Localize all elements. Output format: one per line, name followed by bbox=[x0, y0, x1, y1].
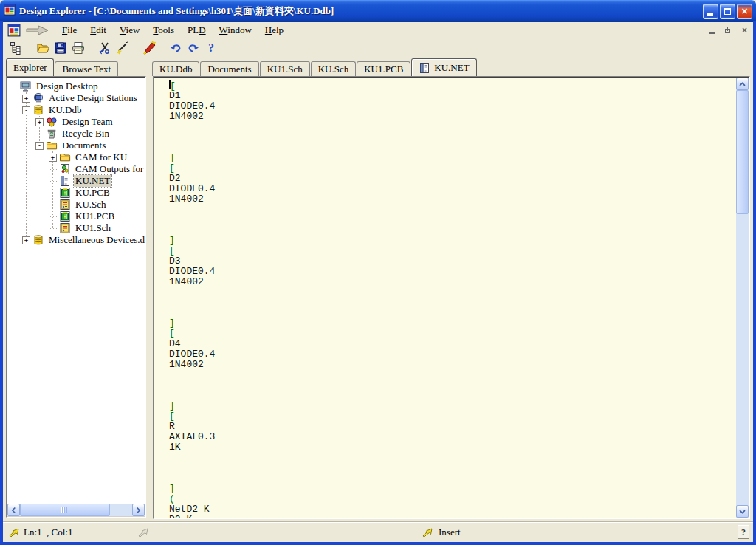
scroll-down-button[interactable] bbox=[736, 505, 749, 518]
doc-tab-ku-net[interactable]: KU.NET bbox=[411, 58, 476, 76]
tree-horizontal-scrollbar[interactable] bbox=[7, 504, 145, 516]
camdoc-icon bbox=[59, 163, 71, 175]
doc-tab-ku-sch[interactable]: KU.Sch bbox=[311, 61, 357, 76]
minimize-button[interactable] bbox=[703, 4, 718, 19]
tree-item-ku1-pcb[interactable]: KU1.PCB bbox=[7, 210, 145, 222]
tree-item-ku1-sch[interactable]: KU1.Sch bbox=[7, 222, 145, 234]
tree-connector-stub bbox=[49, 169, 57, 170]
expand-box[interactable]: + bbox=[35, 118, 44, 126]
design-tree[interactable]: Design Desktop+Active Design Stations-KU… bbox=[7, 78, 145, 504]
database-icon bbox=[32, 234, 44, 246]
scroll-up-button[interactable] bbox=[736, 78, 749, 90]
tree-item-design-desktop[interactable]: Design Desktop bbox=[7, 80, 145, 92]
tab-browse-text[interactable]: Browse Text bbox=[55, 61, 118, 76]
editor-vertical-scrollbar[interactable] bbox=[736, 78, 749, 518]
tab-rows: ExplorerBrowse Text KU.DdbDocumentsKU1.S… bbox=[3, 58, 753, 76]
editor-line: D4 bbox=[169, 339, 736, 349]
editor-line bbox=[169, 453, 736, 463]
collapse-box[interactable]: - bbox=[22, 106, 30, 114]
pcbdoc-icon bbox=[59, 187, 71, 199]
doc-tab-documents[interactable]: Documents bbox=[200, 61, 258, 76]
tree-item-design-team[interactable]: +Design Team bbox=[7, 116, 145, 128]
doc-tab-ku1-sch[interactable]: KU1.Sch bbox=[260, 61, 310, 76]
chevron-down-icon bbox=[739, 510, 746, 514]
doc-tab-ku-ddb[interactable]: KU.Ddb bbox=[152, 61, 199, 76]
scroll-right-button[interactable] bbox=[132, 504, 145, 516]
expand-box[interactable]: + bbox=[49, 154, 57, 162]
tree-item-label: CAM for KU bbox=[74, 151, 128, 163]
maximize-button[interactable] bbox=[720, 4, 735, 19]
tree-item-miscellaneous-devices-ddb[interactable]: +Miscellaneous Devices.ddb bbox=[7, 234, 145, 246]
editor-line: NetD2_K bbox=[169, 504, 736, 515]
tab-label: Documents bbox=[207, 64, 251, 75]
cut-icon[interactable] bbox=[96, 39, 114, 57]
editor-line: R bbox=[169, 422, 736, 432]
save-icon[interactable] bbox=[52, 39, 69, 57]
child-minimize-button[interactable] bbox=[708, 26, 719, 35]
panel-tabs: ExplorerBrowse Text bbox=[6, 58, 119, 76]
editor-line: D3 bbox=[169, 256, 736, 267]
tree-item-label: Recycle Bin bbox=[61, 128, 111, 140]
editor-line: D2 bbox=[169, 174, 736, 184]
doc-tab-ku1-pcb[interactable]: KU1.PCB bbox=[357, 61, 410, 76]
tree-item-ku-pcb[interactable]: KU.PCB bbox=[7, 187, 145, 199]
line-column-indicator: Ln:1 , Col:1 bbox=[24, 522, 72, 542]
tree-connector-stub bbox=[49, 205, 57, 205]
tree-item-recycle-bin[interactable]: Recycle Bin bbox=[7, 128, 145, 140]
menu-tools[interactable]: Tools bbox=[147, 23, 180, 38]
explorer-panel-toggle-icon[interactable] bbox=[7, 39, 25, 57]
team-icon bbox=[46, 116, 58, 128]
tree-item-ku-sch[interactable]: KU.Sch bbox=[7, 199, 145, 210]
scrollbar-thumb[interactable] bbox=[20, 504, 110, 516]
child-close-button[interactable]: × bbox=[739, 26, 750, 35]
tree-item-documents[interactable]: -Documents bbox=[7, 140, 145, 151]
protel-logo-icon bbox=[7, 24, 21, 37]
document-pulldown-arrow-icon[interactable] bbox=[25, 24, 50, 36]
tree-item-label: Design Desktop bbox=[35, 80, 99, 92]
netlist-text-editor[interactable]: [D1DIODE0.41N4002][D2DIODE0.41N4002][D3D… bbox=[154, 78, 736, 518]
menu-pld[interactable]: PLD bbox=[182, 23, 212, 38]
menu-window[interactable]: Window bbox=[213, 23, 258, 38]
editor-line bbox=[169, 122, 736, 132]
menu-help[interactable]: Help bbox=[259, 23, 289, 38]
editor-line: [ bbox=[169, 80, 736, 91]
editor-line bbox=[169, 143, 736, 153]
undo-icon[interactable] bbox=[167, 39, 185, 57]
tree-item-label: Documents bbox=[61, 140, 107, 151]
tree-item-cam-for-ku[interactable]: +CAM for KU bbox=[7, 151, 145, 163]
app-logo-icon bbox=[4, 4, 16, 18]
editor-line: ] bbox=[169, 153, 736, 163]
status-help-button[interactable]: ? bbox=[738, 525, 749, 539]
collapse-box[interactable]: - bbox=[35, 142, 44, 150]
scroll-left-button[interactable] bbox=[7, 504, 20, 516]
tree-item-active-design-stations[interactable]: +Active Design Stations bbox=[7, 92, 145, 104]
help-icon[interactable]: ? bbox=[202, 39, 220, 57]
editor-line bbox=[169, 380, 736, 391]
editor-line: ] bbox=[169, 401, 736, 411]
tree-item-label: KU1.Sch bbox=[74, 222, 112, 234]
menu-view[interactable]: View bbox=[114, 23, 145, 38]
editor-line bbox=[169, 370, 736, 380]
expand-box[interactable]: + bbox=[22, 95, 30, 103]
open-document-icon[interactable] bbox=[34, 39, 52, 57]
explorer-tree-panel: Design Desktop+Active Design Stations-KU… bbox=[6, 76, 146, 518]
expand-box[interactable]: + bbox=[22, 236, 30, 244]
tab-label: KU.Ddb bbox=[159, 64, 192, 75]
close-button[interactable]: × bbox=[737, 4, 752, 19]
wiring-tool-icon[interactable] bbox=[114, 39, 131, 57]
tab-label: Explorer bbox=[13, 62, 47, 74]
tab-explorer[interactable]: Explorer bbox=[6, 58, 54, 76]
tree-item-cam-outputs-for-ku[interactable]: CAM Outputs for KU bbox=[7, 163, 145, 175]
menu-file[interactable]: File bbox=[56, 23, 83, 38]
menu-edit[interactable]: Edit bbox=[84, 23, 112, 38]
tree-item-ku-net[interactable]: KU.NET bbox=[7, 175, 145, 187]
print-icon[interactable] bbox=[69, 39, 87, 57]
child-restore-button[interactable] bbox=[724, 26, 735, 35]
chevron-up-icon bbox=[739, 82, 746, 86]
redo-icon[interactable] bbox=[185, 39, 202, 57]
tree-item-ku-ddb[interactable]: -KU.Ddb bbox=[7, 104, 145, 116]
draw-tool-icon[interactable] bbox=[140, 39, 158, 57]
editor-line: [ bbox=[169, 163, 736, 174]
menu-items: FileEditViewToolsPLDWindowHelp bbox=[56, 24, 291, 36]
scrollbar-thumb[interactable] bbox=[736, 90, 749, 214]
